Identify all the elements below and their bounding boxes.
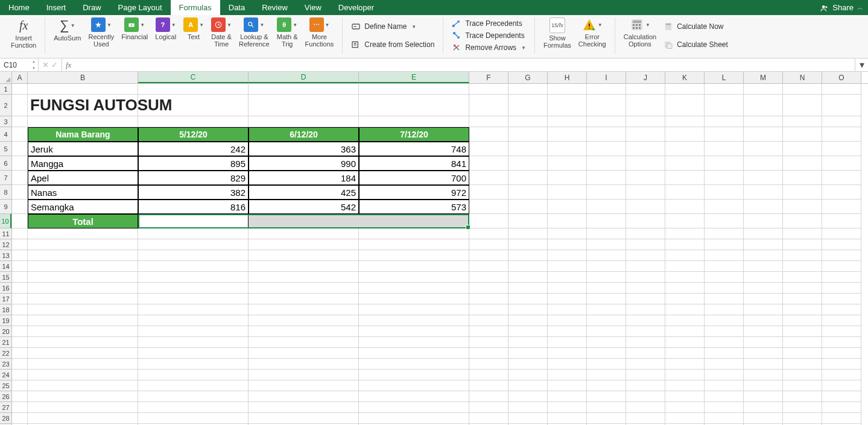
select-all-triangle[interactable] <box>0 72 12 84</box>
col-header-D[interactable]: D <box>249 72 359 83</box>
row-header-5[interactable]: 5 <box>0 142 11 156</box>
col-header-B[interactable]: B <box>28 72 138 83</box>
create-from-selection-button[interactable]: Create from Selection <box>351 40 434 49</box>
spreadsheet-grid: A B C D E F G H I J K L M N O 1 2 3 4 5 … <box>0 72 868 425</box>
calculate-sheet-button[interactable]: Calculate Sheet <box>664 40 728 49</box>
define-name-button[interactable]: Define Name▼ <box>351 22 434 31</box>
trace-precedents-button[interactable]: Trace Precedents <box>452 19 526 28</box>
row-header-28[interactable]: 28 <box>0 413 11 424</box>
row-header-13[interactable]: 13 <box>0 250 11 261</box>
row-header-18[interactable]: 18 <box>0 304 11 315</box>
calculate-now-icon <box>664 22 673 31</box>
row-header-23[interactable]: 23 <box>0 359 11 370</box>
autosum-button[interactable]: ∑▼ AutoSum <box>50 17 84 42</box>
row-header-1[interactable]: 1 <box>0 84 11 95</box>
tab-review[interactable]: Review <box>253 0 296 15</box>
col-header-L[interactable]: L <box>705 72 744 83</box>
row-headers: 1 2 3 4 5 6 7 8 9 10 11 12 13 14 15 16 1… <box>0 84 12 425</box>
row-header-8[interactable]: 8 <box>0 185 11 200</box>
row-header-16[interactable]: 16 <box>0 283 11 294</box>
row-header-9[interactable]: 9 <box>0 200 11 214</box>
col-header-G[interactable]: G <box>508 72 548 83</box>
fx-icon[interactable]: fx <box>66 60 71 70</box>
tab-page-layout[interactable]: Page Layout <box>110 0 171 15</box>
show-formulas-button[interactable]: 15/fx Show Formulas <box>540 17 575 49</box>
name-box-spinner[interactable]: ▲▼ <box>30 58 38 71</box>
text-button[interactable]: A▼ Text <box>180 17 207 40</box>
row-header-15[interactable]: 15 <box>0 272 11 283</box>
svg-point-4 <box>249 22 252 26</box>
table-total-row: Total <box>12 214 868 228</box>
tab-formulas[interactable]: Formulas <box>171 0 220 15</box>
tab-draw[interactable]: Draw <box>74 0 109 15</box>
row-header-26[interactable]: 26 <box>0 391 11 402</box>
row-header-25[interactable]: 25 <box>0 380 11 391</box>
row-header-14[interactable]: 14 <box>0 261 11 272</box>
svg-rect-21 <box>667 44 672 49</box>
cancel-formula-icon[interactable]: ✕ <box>42 60 49 69</box>
table-header-name[interactable]: Nama Barang <box>28 127 138 142</box>
row-header-24[interactable]: 24 <box>0 370 11 380</box>
expand-formula-bar[interactable]: ▾ <box>855 58 868 71</box>
tab-data[interactable]: Data <box>220 0 253 15</box>
col-header-E[interactable]: E <box>359 72 469 83</box>
tab-view[interactable]: View <box>296 0 330 15</box>
row-header-20[interactable]: 20 <box>0 326 11 337</box>
col-header-H[interactable]: H <box>548 72 587 83</box>
col-header-J[interactable]: J <box>626 72 665 83</box>
row-header-6[interactable]: 6 <box>0 156 11 171</box>
lookup-reference-button[interactable]: ▼ Lookup & Reference <box>235 17 273 48</box>
table-header-date1[interactable]: 5/12/20 <box>138 127 249 142</box>
column-headers: A B C D E F G H I J K L M N O <box>12 72 868 84</box>
formula-input[interactable] <box>75 60 851 70</box>
calculation-options-button[interactable]: ▼ Calculation Options <box>620 17 660 48</box>
table-header-date3[interactable]: 7/12/20 <box>359 127 469 142</box>
table-header-date2[interactable]: 6/12/20 <box>249 127 359 142</box>
enter-formula-icon[interactable]: ✓ <box>51 60 58 69</box>
col-header-O[interactable]: O <box>822 72 861 83</box>
name-box[interactable]: ▲▼ <box>0 58 39 71</box>
trace-dependents-button[interactable]: Trace Dependents <box>452 31 526 40</box>
col-header-F[interactable]: F <box>469 72 508 83</box>
row-header-12[interactable]: 12 <box>0 239 11 250</box>
svg-rect-17 <box>639 27 641 29</box>
date-time-button[interactable]: ▼ Date & Time <box>207 17 235 48</box>
row-header-7[interactable]: 7 <box>0 171 11 185</box>
cells-area[interactable]: FUNGSI AUTOSUM Nama Barang 5/12/20 6/12/… <box>12 84 868 425</box>
recently-used-button[interactable]: ★▼ Recently Used <box>84 17 118 48</box>
remove-arrows-button[interactable]: Remove Arrows▼ <box>452 43 526 52</box>
row-header-10[interactable]: 10 <box>0 214 11 228</box>
total-label[interactable]: Total <box>28 214 138 228</box>
cell-C10[interactable] <box>138 214 249 228</box>
insert-function-button[interactable]: fx Insert Function <box>7 17 40 49</box>
tab-home[interactable]: Home <box>0 0 38 15</box>
tab-insert[interactable]: Insert <box>38 0 75 15</box>
more-functions-button[interactable]: ⋯▼ More Functions <box>302 17 338 48</box>
share-button[interactable]: Share ︿ <box>820 0 863 15</box>
row-header-4[interactable]: 4 <box>0 127 11 142</box>
col-header-K[interactable]: K <box>665 72 705 83</box>
row-header-27[interactable]: 27 <box>0 402 11 413</box>
calculate-sheet-icon <box>664 40 673 49</box>
error-checking-button[interactable]: ▼ Error Checking <box>575 17 610 48</box>
cell-E10[interactable] <box>359 214 469 228</box>
row-header-21[interactable]: 21 <box>0 337 11 348</box>
row-header-22[interactable]: 22 <box>0 348 11 359</box>
logical-button[interactable]: ?▼ Logical <box>151 17 180 40</box>
row-header-17[interactable]: 17 <box>0 294 11 304</box>
col-header-M[interactable]: M <box>744 72 783 83</box>
col-header-A[interactable]: A <box>12 72 28 83</box>
col-header-C[interactable]: C <box>138 72 249 83</box>
ribbon: fx Insert Function ∑▼ AutoSum ★▼ Recentl… <box>0 15 868 58</box>
row-header-3[interactable]: 3 <box>0 116 11 127</box>
row-header-2[interactable]: 2 <box>0 95 11 116</box>
calculate-now-button[interactable]: Calculate Now <box>664 22 728 31</box>
tab-developer[interactable]: Developer <box>330 0 382 15</box>
col-header-I[interactable]: I <box>587 72 626 83</box>
col-header-N[interactable]: N <box>783 72 822 83</box>
cell-D10[interactable] <box>249 214 359 228</box>
math-trig-button[interactable]: θ▼ Math & Trig <box>273 17 302 48</box>
row-header-19[interactable]: 19 <box>0 315 11 326</box>
financial-button[interactable]: ▼ Financial <box>118 17 151 40</box>
row-header-11[interactable]: 11 <box>0 228 11 239</box>
